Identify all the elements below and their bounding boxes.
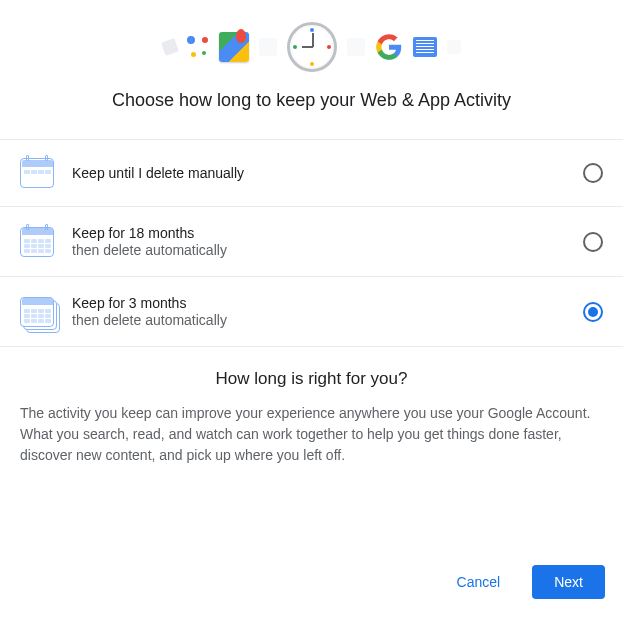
option-subtitle: then delete automatically (72, 242, 565, 258)
page-title: Choose how long to keep your Web & App A… (0, 80, 623, 139)
option-text: Keep for 18 months then delete automatic… (72, 225, 565, 258)
tag-icon (161, 38, 179, 56)
info-body: The activity you keep can improve your e… (20, 403, 603, 466)
placeholder-icon (447, 40, 461, 54)
options-list: Keep until I delete manually Keep for 18… (0, 139, 623, 347)
maps-icon (219, 32, 249, 62)
calendar-icon (20, 158, 54, 188)
info-title: How long is right for you? (20, 369, 603, 389)
option-keep-18-months[interactable]: Keep for 18 months then delete automatic… (0, 207, 623, 277)
clock-icon (287, 22, 337, 72)
footer: Cancel Next (0, 549, 623, 627)
dialog: Choose how long to keep your Web & App A… (0, 0, 623, 627)
option-keep-manual[interactable]: Keep until I delete manually (0, 140, 623, 207)
cancel-button[interactable]: Cancel (435, 565, 523, 599)
option-subtitle: then delete automatically (72, 312, 565, 328)
header-icons (0, 0, 623, 80)
option-keep-3-months[interactable]: Keep for 3 months then delete automatica… (0, 277, 623, 347)
next-button[interactable]: Next (532, 565, 605, 599)
option-title: Keep for 3 months (72, 295, 565, 311)
google-g-icon (375, 33, 403, 61)
option-text: Keep until I delete manually (72, 165, 565, 181)
radio-button[interactable] (583, 232, 603, 252)
radio-button[interactable] (583, 302, 603, 322)
option-title: Keep until I delete manually (72, 165, 565, 181)
placeholder-icon (347, 38, 365, 56)
calendar-stack-icon (20, 297, 54, 327)
option-text: Keep for 3 months then delete automatica… (72, 295, 565, 328)
placeholder-icon (259, 38, 277, 56)
info-section: How long is right for you? The activity … (0, 347, 623, 474)
assistant-icon (187, 36, 209, 58)
radio-button[interactable] (583, 163, 603, 183)
news-icon (413, 37, 437, 57)
calendar-icon (20, 227, 54, 257)
option-title: Keep for 18 months (72, 225, 565, 241)
